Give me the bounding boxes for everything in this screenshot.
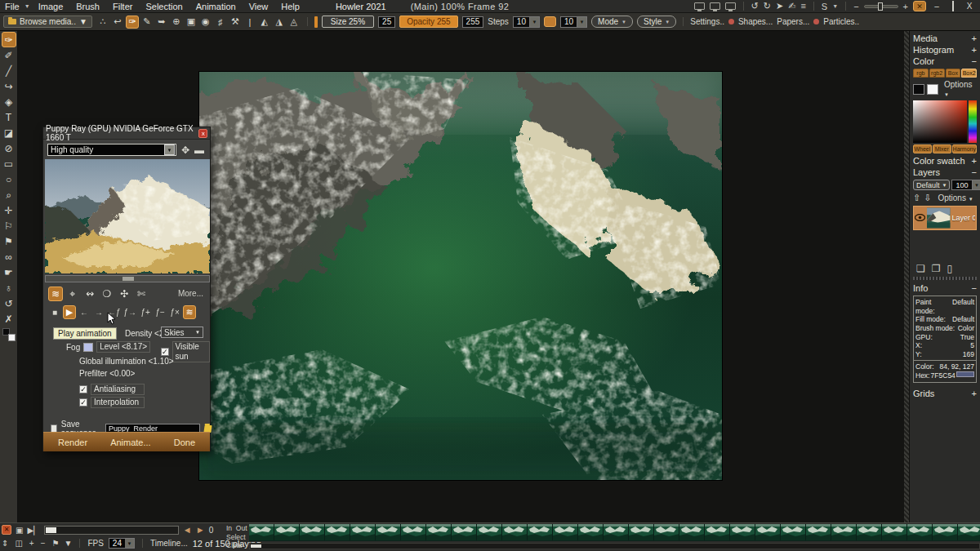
menu-image[interactable]: Image	[38, 2, 64, 11]
primary-color-swatch[interactable]	[913, 84, 924, 95]
histogram-section-header[interactable]: Histogram+	[913, 44, 977, 56]
papers-button[interactable]: Papers...	[777, 17, 809, 26]
film-frame-thumbnail[interactable]	[502, 524, 528, 540]
list-icon[interactable]: ≡	[800, 1, 805, 11]
render-button[interactable]: Render	[58, 438, 87, 447]
film-frame-thumbnail[interactable]	[679, 524, 705, 540]
camera-icon[interactable]: ◉	[199, 16, 212, 29]
eyedropper-tool[interactable]: ✛	[2, 202, 16, 218]
expand-icon[interactable]: ⇕	[2, 539, 8, 548]
terrain-track-icon[interactable]: ≋	[48, 287, 63, 301]
loop-icon[interactable]: ◫	[15, 539, 22, 548]
flag-tool[interactable]: ⚑	[2, 233, 16, 249]
redo-icon[interactable]: ↻	[764, 1, 771, 11]
prev-frame-button[interactable]: ◄	[183, 525, 192, 535]
lasso-tool[interactable]: ✐	[2, 47, 16, 63]
color-section-header[interactable]: Color−	[913, 56, 977, 67]
pin-tool[interactable]: ⚐	[2, 218, 16, 233]
shapes-button[interactable]: Shapes...	[738, 17, 773, 26]
hue-strip[interactable]	[969, 100, 977, 143]
layer-down-icon[interactable]: ⇩	[924, 193, 931, 203]
preview-scrollbar[interactable]	[45, 275, 210, 282]
play-playback-icon[interactable]: ▶▏	[27, 526, 39, 535]
film-frame-thumbnail[interactable]	[958, 524, 980, 540]
fg-bg-swatches[interactable]	[2, 328, 16, 341]
scripts-menu[interactable]: S	[822, 2, 827, 11]
add-layer-icon[interactable]: ❏	[916, 263, 925, 274]
film-frame-thumbnail[interactable]	[806, 524, 831, 540]
move-preview-icon[interactable]: ✥	[181, 144, 189, 156]
film-frame-thumbnail[interactable]	[857, 524, 882, 540]
zoom-out-icon[interactable]: −	[41, 539, 46, 548]
annotate-icon[interactable]: ✍	[788, 1, 795, 11]
film-frame-thumbnail[interactable]	[629, 524, 654, 540]
fog-level-slider[interactable]: Level <8.17>	[96, 341, 150, 353]
collapse-preview-icon[interactable]: ▬	[194, 144, 204, 156]
menu-selection[interactable]: Selection	[145, 2, 182, 11]
tab-rgb2[interactable]: rgb2	[929, 69, 945, 78]
text-tool[interactable]: T	[2, 109, 16, 125]
scripts-caret-icon[interactable]: ▼	[832, 3, 838, 9]
film-frame-thumbnail[interactable]	[933, 524, 958, 540]
preview-scrollbar-handle[interactable]	[122, 277, 134, 281]
film-frame-thumbnail[interactable]	[477, 524, 502, 540]
film-frame-thumbnail[interactable]	[553, 524, 578, 540]
airbrush-tool[interactable]: ✑	[2, 32, 16, 47]
film-frame-thumbnail[interactable]	[705, 524, 730, 540]
menu-view[interactable]: View	[249, 2, 269, 11]
global-illumination-slider[interactable]: Global illumination <1.10>	[79, 357, 174, 366]
film-frame-thumbnail[interactable]	[654, 524, 679, 540]
zoom-out-button[interactable]: −	[853, 2, 858, 11]
film-frame-thumbnail[interactable]	[528, 524, 553, 540]
sharpen-icon[interactable]: ♯	[214, 16, 227, 29]
browse-media-button[interactable]: Browse media..▼	[3, 16, 92, 28]
layer-opacity-dropdown[interactable]: 100▼	[951, 180, 980, 190]
display-3-icon[interactable]	[725, 2, 736, 10]
hand-tool[interactable]: ☛	[2, 264, 16, 280]
dialog-close-button[interactable]: x	[198, 129, 207, 138]
delete-frames-icon[interactable]: ƒ×	[168, 305, 181, 319]
animate-button[interactable]: Animate...	[110, 438, 151, 447]
play-icon[interactable]: ▶	[63, 305, 76, 319]
marker-icon[interactable]: ⚑	[52, 539, 60, 548]
film-frame-thumbnail[interactable]	[907, 524, 933, 540]
film-frame-thumbnail[interactable]	[350, 524, 376, 540]
zoom-slider[interactable]	[864, 5, 898, 8]
mirror-vertical-icon[interactable]: ◭	[258, 16, 271, 29]
harmony-button[interactable]: Harmony	[952, 144, 977, 153]
pencil-icon[interactable]: ✎	[140, 16, 154, 29]
opacity-button[interactable]: Opacity 255	[399, 16, 457, 28]
clear-button[interactable]: Clear	[226, 541, 243, 549]
key-tool[interactable]: ♁	[2, 280, 16, 295]
film-frame-thumbnail[interactable]	[249, 524, 274, 540]
layers-section-header[interactable]: Layers−	[913, 167, 977, 178]
file-caret-icon[interactable]: ▼	[24, 3, 30, 9]
rotate-canvas-icon[interactable]: ◬	[287, 16, 301, 29]
film-frame-thumbnail[interactable]	[755, 524, 781, 540]
visible-sun-checkbox[interactable]: ✓	[161, 348, 169, 356]
mode-dropdown[interactable]: Mode▼	[591, 16, 633, 28]
puppy-ray-dialog[interactable]: Puppy Ray (GPU) NVIDIA GeForce GTX 1660 …	[42, 127, 211, 451]
film-frame-thumbnail[interactable]	[730, 524, 755, 540]
new-layer-icon[interactable]: ▯	[947, 263, 953, 274]
fps-dropdown[interactable]: 24▼	[109, 538, 135, 549]
layer-options-dropdown[interactable]: Options ▼	[938, 193, 973, 202]
film-frame-thumbnail[interactable]	[300, 524, 325, 540]
select-button[interactable]: Select	[226, 533, 246, 541]
stop-icon[interactable]: ■	[48, 305, 61, 319]
transparency-tool[interactable]: ⊘	[2, 140, 16, 156]
settings-dot-icon[interactable]	[728, 19, 734, 24]
expand-icon[interactable]: +	[972, 45, 977, 55]
info-section-header[interactable]: Info−	[913, 282, 977, 294]
film-frame-thumbnail[interactable]	[452, 524, 477, 540]
film-frame-thumbnail[interactable]	[401, 524, 426, 540]
line-tool[interactable]: ╱	[2, 63, 16, 78]
papers-dot-icon[interactable]	[813, 19, 819, 24]
film-frame-thumbnail[interactable]	[426, 524, 452, 540]
color-options-dropdown[interactable]: Options ▼	[944, 80, 977, 98]
zoom-in-button[interactable]: +	[903, 2, 908, 11]
in-button[interactable]: In	[226, 524, 232, 532]
done-button[interactable]: Done	[174, 438, 195, 447]
antialiasing-checkbox[interactable]: ✓	[79, 385, 87, 393]
more-button[interactable]: More...	[178, 289, 203, 298]
